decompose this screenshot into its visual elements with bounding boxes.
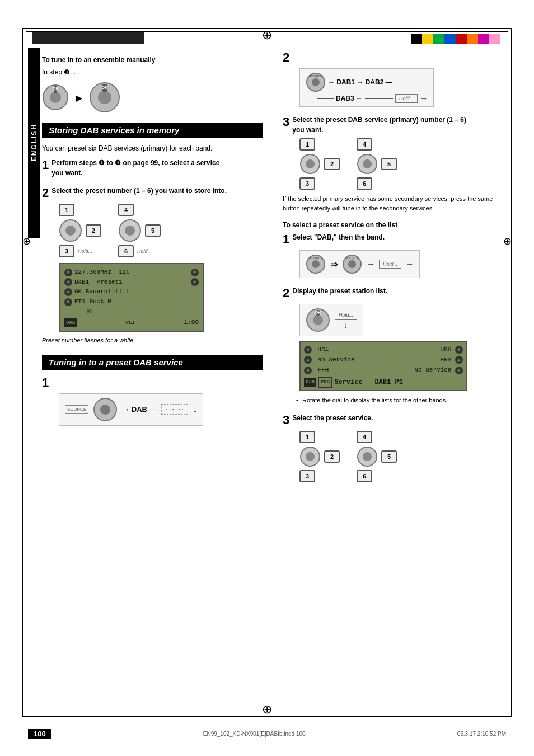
pl-icon-1: ◉ xyxy=(304,346,312,354)
tuning-step-1-num: 1 xyxy=(42,375,49,390)
rl-num-btn-6[interactable]: 6 xyxy=(357,470,372,482)
r-btn-1: 1 xyxy=(299,138,340,151)
rl-num-btn-3[interactable]: 3 xyxy=(299,470,315,482)
svg-text:SOURCE: SOURCE xyxy=(345,256,359,260)
preset-buttons-grid: 1 2 3 Hold... xyxy=(59,204,263,257)
r-btn-2: 2 xyxy=(299,153,340,175)
page-number: 100 xyxy=(28,729,51,739)
lcd-preset: DAB1 Preset1 xyxy=(74,278,126,288)
rl-num-btn-1[interactable]: 1 xyxy=(299,431,315,443)
svg-point-9 xyxy=(65,226,76,236)
step-1-header: 1 Perform steps ❶ to ❹ on page 99, to se… xyxy=(42,158,263,178)
preset-list-section: To select a preset service on the list 1… xyxy=(283,221,504,482)
rl-num-btn-4[interactable]: 4 xyxy=(357,431,372,443)
rl-btn-4: 4 xyxy=(357,431,397,443)
num-btn-1[interactable]: 1 xyxy=(59,204,74,216)
svg-point-25 xyxy=(348,260,356,268)
lcd-rf: RF xyxy=(64,307,94,317)
num-btn-5[interactable]: 5 xyxy=(145,224,161,237)
lcd-icon-4: ◉ xyxy=(64,298,72,306)
num-btn-6[interactable]: 6 xyxy=(118,245,134,257)
r-btn-3: 3 xyxy=(299,177,340,190)
small-dial-ok: OK xyxy=(42,84,69,112)
svg-point-22 xyxy=(312,260,320,268)
page-border-right xyxy=(511,28,512,717)
rl-hold-diagram: Hold... ↓ xyxy=(335,311,357,330)
rl-btn-col-left: 1 2 3 xyxy=(299,431,340,482)
rl-step-3-text: Select the preset service. xyxy=(292,413,471,423)
rl-source-dial-1: SOURCE xyxy=(306,254,326,274)
page-border-left xyxy=(22,28,23,717)
tuning-step-1-header: 1 xyxy=(42,375,263,390)
rl-step-1-text: Select "DAB," then the band. xyxy=(292,232,471,242)
dab-line-2 xyxy=(365,98,393,99)
dial-btn-2 xyxy=(59,219,82,242)
step-2-number: 2 xyxy=(42,186,49,200)
rotate-note: Rotate the dial to display the lists for… xyxy=(294,396,504,405)
step-2-text: Select the preset number (1 – 6) you wan… xyxy=(51,186,231,196)
rl-btn-1: 1 xyxy=(299,431,340,443)
source-icon-label: SOURCE xyxy=(65,405,88,414)
r-num-btn-2[interactable]: 2 xyxy=(324,158,340,170)
pl-row-2-right: HRS ◉ xyxy=(441,355,463,365)
rl-num-btn-2[interactable]: 2 xyxy=(324,450,340,463)
r-num-btn-5[interactable]: 5 xyxy=(381,158,397,170)
lcd-icon-3: ◉ xyxy=(64,288,72,296)
dab1-dab2-arrow: → DAB1 → DAB2 — xyxy=(328,78,392,86)
pl-noservice1: No Service xyxy=(318,356,355,363)
step-1-block: 1 Perform steps ❶ to ❹ on page 99, to se… xyxy=(42,158,263,178)
hold-text-3: Hold... xyxy=(78,248,92,254)
num-btn-3[interactable]: 3 xyxy=(59,245,74,257)
rl-ok-diagram: OK Hold... ↓ xyxy=(299,304,363,336)
dial-btn-5 xyxy=(118,219,142,242)
dab3-back: DAB3 ← xyxy=(336,95,363,102)
dab-line xyxy=(317,98,334,99)
dab123-diagram: SOURCE → DAB1 → DAB2 — DAB3 ← Hold... → xyxy=(299,68,434,107)
arrow-double: ► xyxy=(73,92,85,105)
pl-bottom-bar: DAB PRG Service DAB1 P1 xyxy=(304,377,463,388)
tuning-section: Tuning in to a preset DAB service 1 SOUR… xyxy=(42,355,263,426)
rl-step-3-header: 3 Select the preset service. xyxy=(283,413,504,428)
lcd-display: ◉ 227.360MHz 12C ◉ ◉ DAB1 Preset1 ◉ ◉ GK… xyxy=(59,263,204,332)
btn-1-row: 1 xyxy=(59,204,101,216)
rl-step-2: 2 Display the preset station list. OK Ho… xyxy=(283,286,504,405)
rl-num-btn-5[interactable]: 5 xyxy=(381,450,397,463)
r-step-3-text: Select the preset DAB service (primary) … xyxy=(292,115,471,135)
svg-text:SOURCE: SOURCE xyxy=(308,256,323,260)
source-dial-svg xyxy=(93,397,118,422)
crosshair-left: ⊕ xyxy=(22,235,31,247)
r-num-btn-6[interactable]: 6 xyxy=(357,177,372,190)
num-btn-4[interactable]: 4 xyxy=(118,204,134,216)
num-btn-2[interactable]: 2 xyxy=(86,224,101,237)
rl-double-arrow: ⇒ xyxy=(330,259,338,270)
lcd-bottom-bar: DAB PLI 1:00 xyxy=(64,318,199,328)
r-step-2-header: 2 xyxy=(283,50,504,65)
lcd-station: GK Bauernffffff xyxy=(74,287,130,297)
rl-dial-2 xyxy=(299,446,321,467)
down-arrow: ↓ xyxy=(193,405,197,415)
lcd-dab-tag: DAB xyxy=(64,318,77,327)
r-btn-col-right: 4 5 6 xyxy=(357,138,397,190)
pl-row-3-right: No Service ◉ xyxy=(414,365,463,375)
r-num-btn-3[interactable]: 3 xyxy=(299,177,315,190)
manual-tune-title: To tune in to an ensemble manually xyxy=(42,56,263,64)
step-1-text: Perform steps ❶ to ❹ on page 99, to sele… xyxy=(51,158,231,178)
btn-3-row: 3 Hold... xyxy=(59,245,101,257)
r-num-btn-4[interactable]: 4 xyxy=(357,138,372,151)
dab-dashed-box: · · · · · · xyxy=(161,404,189,415)
rl-preset-buttons: 1 2 3 xyxy=(299,431,504,482)
r-num-btn-1[interactable]: 1 xyxy=(299,138,315,151)
lcd-time: 1:00 xyxy=(184,318,199,328)
preset-list-display: ◉ HR1 HRH ◉ ◉ No Service xyxy=(299,341,467,391)
svg-text:OK: OK xyxy=(315,311,321,314)
btn-col-left: 1 2 3 Hold... xyxy=(59,204,101,257)
rl-btn-5: 5 xyxy=(357,446,397,467)
rl-dial-5 xyxy=(357,446,378,467)
lcd-row-4: ◉ PT1 Rock M xyxy=(64,297,199,307)
large-dial-ok: OK xyxy=(89,82,120,115)
r-step-3-num: 3 xyxy=(283,115,289,129)
pl-row-1-right: HRH ◉ xyxy=(441,344,463,355)
pl-row-2-left: ◉ No Service xyxy=(304,355,355,365)
preset-note: Preset number flashes for a while. xyxy=(42,337,263,344)
svg-point-11 xyxy=(125,226,135,236)
